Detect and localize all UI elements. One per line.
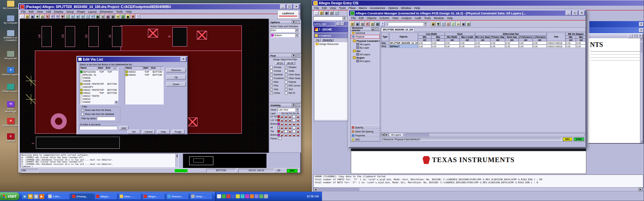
cell[interactable]: 0.00 <box>519 45 533 48</box>
dialog-button[interactable]: OK <box>127 130 140 134</box>
panel-pin-icon[interactable] <box>371 27 375 31</box>
minimize-button[interactable] <box>280 4 286 9</box>
find-checkbox[interactable]: ✓ <box>270 84 273 87</box>
col-group-differential-pair[interactable]: Differential Pair <box>475 32 547 36</box>
find-checkbox[interactable] <box>285 70 287 72</box>
find-checkbox[interactable] <box>270 66 273 69</box>
scroll-up-icon[interactable] <box>641 39 642 41</box>
column-header-name[interactable]: Name <box>125 67 143 70</box>
menu-item[interactable]: Options <box>388 6 398 10</box>
desktop-icon[interactable]: A Adobe Acrobat <box>1 118 20 127</box>
col-header[interactable]: Primary Gap <box>490 36 505 39</box>
planes-checkbox[interactable] <box>279 137 281 140</box>
save-icon[interactable]: ▣ <box>30 14 35 19</box>
tray-icon[interactable] <box>245 194 249 198</box>
panel-close-icon[interactable]: × <box>296 104 300 107</box>
scroll-down-icon[interactable] <box>641 140 643 142</box>
minimize-button[interactable] <box>566 11 571 15</box>
find-checkbox[interactable] <box>285 92 287 94</box>
cell[interactable]: 5.00 <box>445 45 460 48</box>
horizontal-scrollbar[interactable] <box>404 133 585 136</box>
via-list-item[interactable]: VIA008 <box>80 79 118 82</box>
visibility-checkbox[interactable]: ■ <box>292 134 296 136</box>
column-header-end[interactable]: End <box>105 67 113 70</box>
all-off-button[interactable]: All Off <box>286 61 295 65</box>
visibility-checkbox[interactable] <box>292 126 296 129</box>
schematic-window-caption[interactable]: / - (SCHE <box>314 26 348 32</box>
datasheet-titlebar[interactable] <box>589 34 643 38</box>
via-library-list[interactable]: Name Start End SMT102X06 TOP TOP SPECIAL… <box>79 66 118 105</box>
print-icon[interactable]: ▤ <box>360 22 365 26</box>
via-list-item[interactable]: VIA010 TOP BOTTOM <box>125 70 163 73</box>
panel-close-icon[interactable]: × <box>296 20 300 24</box>
menu-item[interactable]: File <box>314 6 319 10</box>
paste-icon[interactable]: ▦ <box>375 22 380 26</box>
scrollbar-thumb[interactable] <box>318 188 359 191</box>
properties-icon[interactable]: ≡ <box>116 14 120 19</box>
maximize-button[interactable] <box>287 4 292 9</box>
redraw-icon[interactable]: ● <box>96 14 100 19</box>
task-button[interactable]: Inbox - ... <box>118 193 141 200</box>
via-list-item[interactable]: VIA020 <box>80 100 118 104</box>
cell[interactable]: 0.00 <box>566 45 576 48</box>
menu-item[interactable]: Objects <box>367 16 376 20</box>
cm-object-combo[interactable] <box>388 22 428 26</box>
visibility-checkbox[interactable]: ■ <box>296 119 300 122</box>
copy-icon[interactable]: ▤ <box>40 14 45 19</box>
find-checkbox[interactable]: ✓ <box>270 81 273 83</box>
visibility-checkbox[interactable]: ■ <box>280 119 284 122</box>
status-icon[interactable]: ● <box>126 14 130 19</box>
task-button[interactable]: Allegro... <box>95 193 117 200</box>
vias-cell[interactable]: VIA010:VIA016 <box>547 45 566 48</box>
worksheet-tree-item[interactable]: Region <box>351 56 380 59</box>
menu-item[interactable]: Layout <box>88 10 97 13</box>
tray-icon[interactable] <box>240 194 245 198</box>
dialog-button[interactable]: Help <box>157 130 170 134</box>
selector-category[interactable]: Physical <box>351 35 380 39</box>
find-checkbox[interactable]: ✓ <box>285 66 287 69</box>
visibility-checkbox[interactable]: ■ <box>280 123 284 125</box>
scroll-down-icon[interactable] <box>176 156 178 158</box>
panel-close-icon[interactable]: × <box>375 27 379 31</box>
menu-item[interactable]: Window <box>434 16 444 20</box>
cell[interactable]: 0.00 <box>475 45 490 48</box>
zoom-out-icon[interactable]: ⊖ <box>80 14 85 19</box>
col-header[interactable]: Min Line Spacing <box>475 36 490 39</box>
find-checkbox[interactable]: ✓ <box>285 84 287 87</box>
ti-document-titlebar[interactable] <box>351 149 586 151</box>
find-checkbox[interactable]: ✓ <box>285 77 287 80</box>
find-checkbox[interactable] <box>285 81 287 83</box>
layers-icon[interactable]: ▤ <box>121 14 125 19</box>
worksheet-tree-item[interactable]: By Layer <box>351 46 380 49</box>
task-button[interactable]: (Packag... <box>71 193 94 200</box>
all-on-button[interactable]: All On <box>275 61 285 65</box>
menu-item[interactable]: Setup <box>66 10 74 13</box>
task-button[interactable]: Allegro ... <box>142 193 165 200</box>
col-header[interactable]: Min <box>566 36 576 39</box>
via-list-item[interactable]: VIA010_TENTED TOP BOTTOM <box>80 88 118 91</box>
cell[interactable]: 0.00 <box>431 41 445 45</box>
quick-show-desktop-icon[interactable]: ▦ <box>34 194 39 199</box>
cell[interactable]: 0.00 <box>519 41 533 45</box>
pcb-titlebar[interactable]: (Package) Allegro: SPLITTER_803X450_14_1… <box>19 4 300 9</box>
selector-category[interactable]: DRC <box>351 137 380 141</box>
tray-icon[interactable] <box>250 194 254 198</box>
desktop-icon[interactable]: iPassConnect 3 <box>1 84 20 93</box>
close-button[interactable] <box>638 34 643 38</box>
cut-icon[interactable]: ✕ <box>365 22 370 26</box>
taskbar-clock[interactable]: 10:36 AM <box>307 195 320 198</box>
project-window-caption[interactable]: c:\cadence <box>314 33 348 38</box>
visibility-checkbox[interactable]: ■ <box>292 123 296 125</box>
scroll-down-icon[interactable] <box>115 101 118 104</box>
cell[interactable]: 0.00 <box>505 41 519 45</box>
menu-item[interactable]: File <box>351 16 356 20</box>
undo-icon[interactable]: ↶ <box>50 14 55 19</box>
sheet-tab[interactable]: SPLITTER_803X450_14_100 <box>381 27 415 31</box>
col-group-neck[interactable]: Neck <box>445 32 475 36</box>
tray-icon[interactable] <box>264 194 268 198</box>
background-window-titlebar[interactable] <box>589 27 644 33</box>
visibility-checkbox[interactable]: ■ <box>280 134 284 136</box>
delete-icon[interactable]: ✕ <box>45 14 50 19</box>
visibility-checkbox[interactable]: ■ <box>296 115 300 118</box>
worksheet-tree-item[interactable]: All Layers <box>351 43 380 46</box>
